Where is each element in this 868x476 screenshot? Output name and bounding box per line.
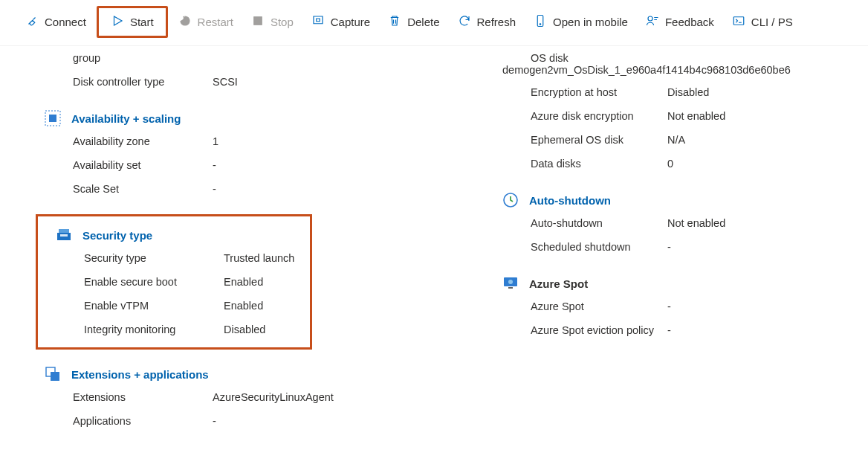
extensions-label: Extensions <box>73 390 213 405</box>
start-highlight-box: Start <box>97 6 168 38</box>
cli-icon <box>732 14 745 30</box>
row-integrity: Integrity monitoring Disabled <box>84 322 301 337</box>
play-icon <box>111 14 124 30</box>
row-os-disk-label: OS disk <box>531 51 868 65</box>
row-data-disks: Data disks 0 <box>531 156 868 171</box>
ephemeral-label: Ephemeral OS disk <box>531 132 667 147</box>
right-column: OS disk demogen2vm_OsDisk_1_e960a4f1414b… <box>490 46 868 446</box>
connect-label: Connect <box>45 16 86 28</box>
cli-ps-button[interactable]: CLI / PS <box>725 11 800 33</box>
start-label: Start <box>130 16 154 28</box>
row-group: group <box>73 51 490 65</box>
feedback-icon <box>646 14 659 30</box>
vtpm-value: Enabled <box>224 298 301 313</box>
capture-label: Capture <box>331 16 370 28</box>
svg-rect-6 <box>49 115 56 122</box>
availability-icon <box>45 110 61 126</box>
enc-host-label: Encryption at host <box>531 85 667 100</box>
row-scheduled-shutdown: Scheduled shutdown - <box>531 239 868 254</box>
vtpm-label: Enable vTPM <box>84 298 224 313</box>
row-disk-controller: Disk controller type SCSI <box>73 74 490 89</box>
scale-set-label: Scale Set <box>73 181 213 196</box>
feedback-label: Feedback <box>665 16 714 28</box>
stop-button: Stop <box>244 11 301 33</box>
vm-details-content: group Disk controller type SCSI Availabi… <box>0 46 868 446</box>
open-mobile-label: Open in mobile <box>553 16 628 28</box>
extensions-value: AzureSecurityLinuxAgent <box>213 390 490 405</box>
row-extensions: Extensions AzureSecurityLinuxAgent <box>73 390 490 405</box>
group-label: group <box>73 51 213 65</box>
trash-icon <box>388 14 401 30</box>
cli-ps-label: CLI / PS <box>751 16 793 28</box>
security-type-value: Trusted launch <box>224 251 301 266</box>
security-icon <box>56 227 72 243</box>
applications-label: Applications <box>73 414 213 428</box>
azure-spot-evict-label: Azure Spot eviction policy <box>531 323 667 338</box>
section-extensions: Extensions + applications Extensions Azu… <box>45 366 490 428</box>
section-azure-spot: Azure Spot Azure Spot - Azure Spot evict… <box>502 275 868 338</box>
svg-point-14 <box>508 280 513 284</box>
os-disk-label: OS disk <box>531 51 667 65</box>
row-ade: Azure disk encryption Not enabled <box>531 109 868 123</box>
svg-rect-15 <box>508 287 513 289</box>
svg-rect-4 <box>733 17 744 25</box>
row-availability-set: Availability set - <box>73 158 490 173</box>
azure-spot-label: Azure Spot <box>531 299 667 314</box>
delete-label: Delete <box>407 16 439 28</box>
mobile-icon <box>534 14 547 30</box>
vm-toolbar: Connect Start Restart Stop Capture Delet… <box>0 0 868 46</box>
ephemeral-value: N/A <box>667 132 868 147</box>
stop-label: Stop <box>271 16 294 28</box>
restart-icon <box>178 14 192 30</box>
open-mobile-button[interactable]: Open in mobile <box>526 11 635 33</box>
auto-shutdown-value: Not enabled <box>667 216 868 231</box>
section-auto-shutdown: Auto-shutdown Auto-shutdown Not enabled … <box>502 192 868 254</box>
row-ephemeral: Ephemeral OS disk N/A <box>531 132 868 147</box>
group-value <box>213 51 490 65</box>
restart-button: Restart <box>171 11 241 33</box>
azure-spot-value: - <box>667 299 868 314</box>
secure-boot-value: Enabled <box>224 274 301 289</box>
disk-controller-value: SCSI <box>213 74 490 89</box>
row-auto-shutdown: Auto-shutdown Not enabled <box>531 216 868 231</box>
capture-icon <box>311 14 325 30</box>
secure-boot-label: Enable secure boot <box>84 274 224 289</box>
extensions-title[interactable]: Extensions + applications <box>71 368 209 381</box>
row-vtpm: Enable vTPM Enabled <box>84 298 301 313</box>
row-applications: Applications - <box>73 414 490 428</box>
delete-button[interactable]: Delete <box>380 11 447 33</box>
availability-title[interactable]: Availability + scaling <box>71 112 181 125</box>
restart-label: Restart <box>198 16 233 28</box>
svg-point-2 <box>540 24 541 25</box>
disk-controller-label: Disk controller type <box>73 74 213 89</box>
refresh-button[interactable]: Refresh <box>450 11 524 33</box>
svg-point-3 <box>648 16 652 21</box>
security-title[interactable]: Security type <box>82 229 152 242</box>
row-azure-spot: Azure Spot - <box>531 299 868 314</box>
left-column: group Disk controller type SCSI Availabi… <box>0 46 490 446</box>
scale-set-value: - <box>213 181 490 196</box>
security-type-label: Security type <box>84 251 224 266</box>
availability-zone-value: 1 <box>213 134 490 149</box>
availability-set-label: Availability set <box>73 158 213 173</box>
azure-spot-evict-value: - <box>667 323 868 338</box>
capture-button[interactable]: Capture <box>304 11 378 33</box>
availability-header: Availability + scaling <box>45 110 490 126</box>
enc-host-value: Disabled <box>667 85 868 100</box>
auto-shutdown-header: Auto-shutdown <box>502 192 868 208</box>
feedback-button[interactable]: Feedback <box>638 11 722 33</box>
auto-shutdown-title[interactable]: Auto-shutdown <box>529 194 611 207</box>
ade-value: Not enabled <box>667 109 868 123</box>
start-button[interactable]: Start <box>108 14 157 30</box>
section-availability: Availability + scaling Availability zone… <box>45 110 490 196</box>
azure-spot-title: Azure Spot <box>529 277 588 290</box>
integrity-label: Integrity monitoring <box>84 322 224 337</box>
auto-shutdown-label: Auto-shutdown <box>531 216 667 231</box>
data-disks-label: Data disks <box>531 156 667 171</box>
svg-rect-8 <box>59 229 69 233</box>
extensions-header: Extensions + applications <box>45 366 490 382</box>
ade-label: Azure disk encryption <box>531 109 667 123</box>
availability-zone-label: Availability zone <box>73 134 213 149</box>
connect-button[interactable]: Connect <box>18 11 94 33</box>
plug-icon <box>25 14 39 30</box>
